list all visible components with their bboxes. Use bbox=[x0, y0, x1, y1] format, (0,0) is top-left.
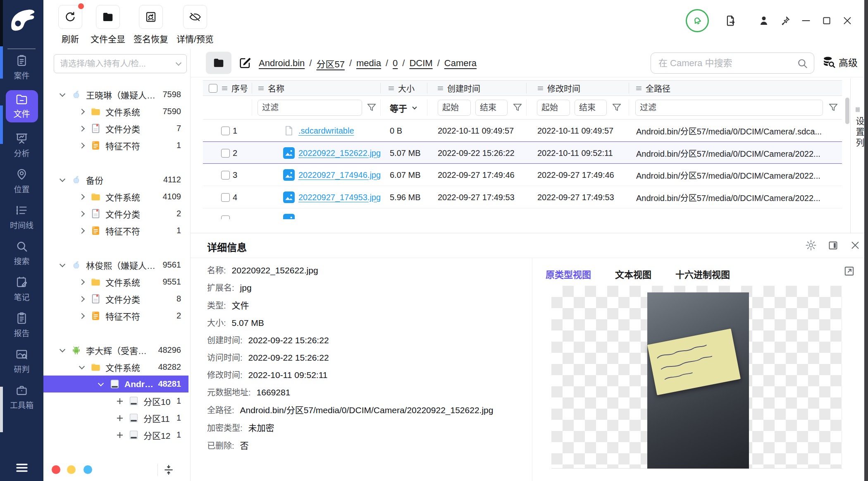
collapse-arrow-icon[interactable] bbox=[95, 383, 106, 385]
minimize-button[interactable] bbox=[801, 15, 811, 26]
collapse-all-icon[interactable] bbox=[162, 463, 175, 476]
breadcrumb-segment[interactable]: DCIM bbox=[409, 58, 432, 69]
sidebar-item-research[interactable]: 研判 bbox=[14, 348, 29, 374]
tree-node[interactable]: 文件系统7590 bbox=[43, 103, 188, 120]
tree-node[interactable]: 文件系统9551 bbox=[43, 273, 188, 290]
refresh-button[interactable]: 刷新 bbox=[58, 5, 82, 45]
expand-plus-icon[interactable] bbox=[114, 398, 125, 404]
signature-recovery-button[interactable]: 签名恢复 bbox=[134, 5, 168, 45]
file-name-link[interactable]: .sdcardwritable bbox=[298, 126, 354, 136]
search-box[interactable] bbox=[651, 53, 814, 74]
row-checkbox[interactable] bbox=[221, 215, 230, 220]
notification-bell-icon[interactable] bbox=[686, 9, 709, 32]
size-operator-select[interactable]: 等于 bbox=[390, 100, 416, 116]
blue-dot[interactable] bbox=[83, 465, 92, 474]
user-icon[interactable] bbox=[758, 14, 770, 27]
tree-node[interactable]: 文件分类7 bbox=[43, 120, 188, 137]
filter-funnel-icon[interactable] bbox=[366, 102, 377, 113]
tree-node[interactable]: 文件系统4109 bbox=[43, 188, 188, 205]
row-checkbox[interactable] bbox=[221, 127, 230, 135]
collapse-arrow-icon[interactable] bbox=[57, 349, 68, 352]
sidebar-item-files[interactable]: 文件 bbox=[6, 90, 38, 122]
collapse-arrow-icon[interactable] bbox=[57, 179, 68, 181]
breadcrumb-segment[interactable]: 0 bbox=[393, 58, 398, 69]
file-name-link[interactable]: 20220927_174953.jpg bbox=[298, 193, 381, 202]
filter-funnel-icon[interactable] bbox=[828, 102, 839, 113]
tree-node[interactable]: 备份4112 bbox=[43, 171, 188, 188]
table-row-selected[interactable]: 2 20220922_152622.jpg 5.07 MB 2022-09-22… bbox=[203, 141, 842, 164]
created-start-input[interactable] bbox=[438, 100, 471, 116]
tree-node[interactable]: 分区111 bbox=[43, 409, 188, 426]
column-header-modified[interactable]: 修改时间 bbox=[537, 81, 580, 96]
tree-node[interactable]: 特征不符2 bbox=[43, 307, 188, 324]
column-header-no[interactable]: 序号 bbox=[221, 81, 248, 96]
maximize-button[interactable] bbox=[821, 15, 832, 26]
export-icon[interactable] bbox=[725, 14, 737, 27]
select-all-checkbox[interactable] bbox=[209, 84, 217, 93]
tree-node[interactable]: 特征不符1 bbox=[43, 137, 188, 154]
table-row[interactable]: 1 .sdcardwritable 0 B 2022-10-11 09:49:5… bbox=[203, 120, 842, 142]
sidebar-item-search[interactable]: 搜索 bbox=[14, 240, 29, 266]
table-row-partial[interactable] bbox=[203, 208, 842, 219]
column-header-path[interactable]: 全路径 bbox=[635, 81, 670, 96]
holder-filter-input[interactable] bbox=[60, 59, 176, 69]
sidebar-item-location[interactable]: 位置 bbox=[14, 168, 29, 194]
expand-arrow-icon[interactable] bbox=[76, 127, 87, 131]
column-header-created[interactable]: 创建时间 bbox=[437, 81, 480, 96]
table-scrollbar[interactable] bbox=[845, 98, 849, 124]
column-header-name[interactable]: 名称 bbox=[258, 81, 284, 96]
holder-filter-select[interactable] bbox=[54, 54, 187, 73]
name-filter-input[interactable] bbox=[258, 100, 362, 116]
path-filter-input[interactable] bbox=[635, 100, 823, 116]
tree-node[interactable]: 分区101 bbox=[43, 392, 188, 409]
details-preview-button[interactable]: 详情/预览 bbox=[176, 5, 214, 45]
filter-funnel-icon[interactable] bbox=[512, 102, 523, 113]
collapse-arrow-icon[interactable] bbox=[76, 366, 87, 369]
expand-arrow-icon[interactable] bbox=[76, 195, 87, 199]
edit-path-icon[interactable] bbox=[238, 56, 252, 70]
close-button[interactable] bbox=[842, 15, 853, 26]
filter-funnel-icon[interactable] bbox=[611, 102, 622, 113]
tree-node[interactable]: 特征不符1 bbox=[43, 222, 188, 239]
tree-node[interactable]: 李大辉（受害者）的...48296 bbox=[43, 342, 188, 359]
breadcrumb-segment[interactable]: Android.bin bbox=[259, 58, 305, 69]
expand-arrow-icon[interactable] bbox=[76, 297, 87, 301]
red-dot[interactable] bbox=[52, 465, 60, 474]
file-name-link[interactable]: 20220922_152622.jpg bbox=[298, 148, 381, 158]
pin-icon[interactable] bbox=[780, 15, 791, 26]
search-icon[interactable] bbox=[796, 57, 808, 69]
column-settings-strip[interactable]: 设置列 bbox=[850, 79, 865, 233]
sidebar-item-analysis[interactable]: 分析 bbox=[14, 132, 29, 158]
show-all-files-button[interactable]: 文件全显 bbox=[91, 5, 125, 45]
tree-node-selected[interactable]: Android.bin48281 bbox=[43, 376, 188, 392]
breadcrumb-segment[interactable]: 分区57 bbox=[316, 57, 344, 70]
expand-arrow-icon[interactable] bbox=[76, 144, 87, 148]
tab-text-view[interactable]: 文本视图 bbox=[615, 267, 651, 280]
expand-arrow-icon[interactable] bbox=[76, 280, 87, 284]
sidebar-item-notes[interactable]: 笔记 bbox=[14, 276, 29, 302]
expand-arrow-icon[interactable] bbox=[76, 229, 87, 233]
breadcrumb-segment[interactable]: media bbox=[356, 58, 381, 69]
tree-node[interactable]: 王晓琳（嫌疑人前女...7598 bbox=[43, 86, 188, 103]
split-view-icon[interactable] bbox=[827, 240, 839, 251]
menu-hamburger-icon[interactable] bbox=[0, 461, 43, 474]
tree-node[interactable]: 文件系统48282 bbox=[43, 359, 188, 376]
advanced-search-button[interactable]: 高级 bbox=[822, 55, 858, 69]
row-checkbox[interactable] bbox=[221, 171, 230, 179]
close-icon[interactable] bbox=[850, 240, 861, 251]
expand-arrow-icon[interactable] bbox=[76, 212, 87, 216]
expand-arrow-icon[interactable] bbox=[76, 110, 87, 114]
table-row[interactable]: 4 20220927_174953.jpg 5.96 MB 2022-09-27… bbox=[203, 186, 842, 208]
tree-node[interactable]: 文件分类8 bbox=[43, 290, 188, 307]
row-checkbox[interactable] bbox=[221, 193, 230, 202]
open-in-new-icon[interactable] bbox=[843, 265, 856, 278]
collapse-arrow-icon[interactable] bbox=[57, 264, 68, 266]
expand-plus-icon[interactable] bbox=[114, 415, 125, 421]
tree-node[interactable]: 分区121 bbox=[43, 426, 188, 443]
table-row[interactable]: 3 20220927_174946.jpg 6.07 MB 2022-09-27… bbox=[203, 164, 842, 186]
created-end-input[interactable] bbox=[475, 100, 508, 116]
expand-plus-icon[interactable] bbox=[114, 432, 125, 438]
collapse-arrow-icon[interactable] bbox=[57, 93, 68, 96]
tree-node[interactable]: 文件分类2 bbox=[43, 205, 188, 222]
sidebar-item-report[interactable]: 报告 bbox=[14, 312, 29, 338]
